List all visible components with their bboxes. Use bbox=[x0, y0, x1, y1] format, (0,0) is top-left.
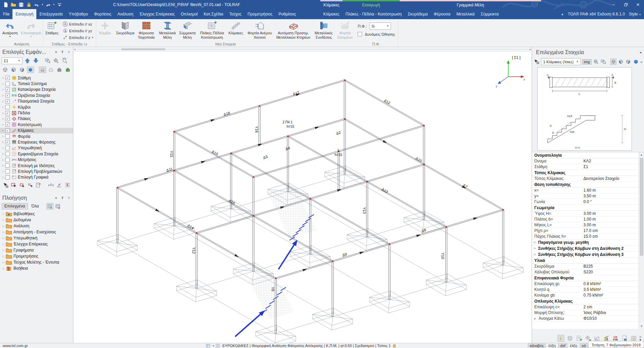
property-value[interactable]: 1.00 m bbox=[581, 217, 639, 222]
property-row-Μορφή Όπλισης:[interactable]: Μορφή Όπλισης:Ίσιες Ράβδοι bbox=[532, 310, 639, 316]
snap-toggle-dxf-2[interactable]: dxf bbox=[558, 343, 568, 348]
expander-icon[interactable]: ▷ bbox=[1, 94, 5, 97]
tab-Εισαγωγή[interactable]: Εισαγωγή bbox=[12, 9, 36, 19]
property-value[interactable]: 3.5 kN/m² bbox=[581, 287, 639, 292]
contextual-tab-Πλάκες - Πέδιλα - Κοιτόστρωση[interactable]: Πλάκες - Πέδιλα - Κοιτόστρωση bbox=[343, 9, 405, 19]
nav-tree-item-Προμετρήσεις[interactable]: ▷Προμετρήσεις bbox=[0, 253, 73, 259]
display-tree-item-Κατακόρυφα Στοιχεία[interactable]: ▷✓Κατακόρυφα Στοιχεία bbox=[0, 87, 73, 92]
checkbox-icon[interactable]: ✓ bbox=[5, 93, 10, 98]
select-element-button[interactable] bbox=[534, 59, 540, 65]
nav-tree-item-Βιβλιοθήκες[interactable]: ▷BΒιβλιοθήκες bbox=[0, 211, 73, 217]
property-row-Κονίαμα gb[interactable]: Κονίαμα gb0.75 kN/m² bbox=[532, 293, 639, 298]
property-row-Επικάλυψη c=[interactable]: Επικάλυψη c=2 cm bbox=[532, 304, 639, 310]
expander-icon[interactable]: ▷ bbox=[1, 152, 5, 155]
view-hidden-line-button[interactable] bbox=[10, 67, 17, 73]
plane-button-1[interactable]: ①Επίπεδο // yz bbox=[61, 28, 95, 34]
select-e-button[interactable]: E bbox=[64, 182, 71, 188]
display-tree-item-Κλίμακες[interactable]: ▷✓Κλίμακες bbox=[0, 128, 73, 133]
expander-icon[interactable]: ▷ bbox=[1, 88, 5, 91]
save-file-icon[interactable] bbox=[19, 2, 24, 7]
checkbox-icon[interactable]: ✓ bbox=[5, 128, 10, 133]
expander-icon[interactable]: ▷ bbox=[1, 112, 5, 115]
new-element-button-Σκυρόδεμα[interactable]: Σκυρόδεμα bbox=[114, 20, 136, 36]
selection-properties-button[interactable] bbox=[35, 182, 41, 188]
toolbar-overflow-icon[interactable]: »▾ bbox=[639, 335, 641, 341]
load-case-combobox[interactable]: G▼ bbox=[369, 23, 391, 30]
tab-Προμετρήσεις[interactable]: Προμετρήσεις bbox=[245, 9, 276, 19]
expander-icon[interactable]: ▷ bbox=[1, 267, 6, 270]
checkbox-icon[interactable]: ✓ bbox=[5, 87, 10, 92]
property-row-x=[interactable]: x=1.60 m bbox=[532, 188, 639, 193]
display-tree-item-Φορτία[interactable]: ▷Φορτία bbox=[0, 133, 73, 139]
row-expander-icon[interactable]: ◢ bbox=[534, 317, 535, 320]
nav-tree-item-Υπερωθητική[interactable]: ▷Υπερωθητική bbox=[0, 235, 73, 241]
checkbox-icon[interactable] bbox=[5, 146, 10, 150]
select-rectangle-button[interactable] bbox=[10, 182, 17, 188]
nav-table-1-button[interactable]: 1 bbox=[46, 203, 53, 209]
snap-toggle-κάναβος-0[interactable]: κάναβος bbox=[528, 343, 546, 348]
contextual-tab-Μεταλλικά[interactable]: Μεταλλικά bbox=[453, 9, 477, 19]
expander-icon[interactable]: ▷ bbox=[1, 219, 6, 222]
pan-button[interactable] bbox=[52, 57, 60, 64]
undo-quick-icon[interactable] bbox=[34, 2, 39, 7]
minimize-button[interactable]: – bbox=[608, 0, 620, 9]
scrollbar-thumb[interactable] bbox=[121, 48, 165, 50]
property-value[interactable]: S220 bbox=[581, 270, 639, 274]
view-solid-button[interactable] bbox=[27, 67, 34, 73]
add-node-button[interactable] bbox=[585, 335, 592, 342]
status-table-icon[interactable] bbox=[206, 344, 211, 348]
pan-button[interactable] bbox=[593, 59, 599, 65]
tab-Τεύχος[interactable]: Τεύχος bbox=[226, 9, 244, 19]
level-combobox[interactable]: Σ1▼ bbox=[2, 57, 23, 64]
property-value[interactable]: 17.0 cm bbox=[581, 228, 639, 233]
customize-quick-access-icon[interactable] bbox=[57, 2, 62, 7]
angle-button[interactable]: ψ bbox=[56, 182, 62, 188]
property-value[interactable]: ΚΛ2 bbox=[581, 159, 639, 163]
property-value[interactable]: 3.00 m bbox=[581, 211, 639, 216]
new-element-button-Φέρουσα-Τοιχοποιία[interactable]: ΦέρουσαΤοιχοποιία bbox=[136, 20, 156, 40]
property-row-Γωνία[interactable]: Γωνία0.0 ° bbox=[532, 199, 639, 205]
nav-tab-Όλα[interactable]: Όλα bbox=[29, 203, 42, 209]
zoom-window-button[interactable] bbox=[600, 59, 606, 65]
check-ratios-button[interactable]: CR bbox=[612, 335, 619, 342]
expander-icon[interactable]: ▷ bbox=[1, 76, 5, 79]
property-value[interactable]: Ίσιες Ράβδοι bbox=[581, 310, 639, 315]
diagrams-button[interactable] bbox=[594, 335, 601, 342]
scroll-left-icon[interactable]: ◂ bbox=[74, 48, 75, 51]
tab-Επεξεργασία[interactable]: Επεξεργασία bbox=[36, 9, 66, 19]
tab-Έλεγχος Επάρκειας[interactable]: Έλεγχος Επάρκειας bbox=[136, 9, 178, 19]
snap-toggle-έλξη-3[interactable]: έλξη bbox=[568, 343, 579, 348]
property-row-Κινητό q[interactable]: Κινητό q3.5 kN/m² bbox=[532, 287, 639, 293]
restore-button[interactable] bbox=[620, 0, 632, 9]
property-value[interactable]: 2 cm bbox=[581, 305, 639, 309]
display-tree-item-Μετρήσεις[interactable]: ▷dΜετρήσεις bbox=[0, 157, 73, 162]
lock-icon[interactable] bbox=[26, 2, 32, 7]
expander-icon[interactable]: ▷ bbox=[1, 82, 5, 85]
pin-icon[interactable] bbox=[61, 50, 64, 54]
tab-Ανάλυση[interactable]: Ανάλυση bbox=[114, 9, 136, 19]
expander-icon[interactable]: ▷ bbox=[1, 135, 5, 138]
results-chart-button[interactable] bbox=[603, 335, 610, 342]
display-tree-item-Πέδιλα[interactable]: ▷✓Πέδιλα bbox=[0, 110, 73, 116]
zoom-window-button[interactable] bbox=[44, 57, 51, 64]
tab-Οπλισμοί[interactable]: Οπλισμοί bbox=[178, 9, 201, 19]
nav-table-2-button[interactable]: 2 bbox=[55, 203, 62, 209]
measure-button[interactable]: d bbox=[48, 182, 54, 188]
property-value[interactable]: Δευτερεύον Στοιχείο bbox=[581, 176, 639, 181]
plane-button-0[interactable]: ⒶΕπίπεδο // xz bbox=[61, 21, 95, 27]
status-analysis-settings[interactable]: ΕΥΡΩΚΩΔΙΚΕΣ | Ιδιομορφική Ανάλυση Φάσματ… bbox=[222, 344, 391, 348]
view-wireframe-button[interactable] bbox=[610, 59, 617, 65]
dialog-launcher-icon[interactable] bbox=[84, 42, 87, 45]
property-row-y=[interactable]: y=3.50 m bbox=[532, 193, 639, 199]
expander-icon[interactable]: ▷ bbox=[1, 117, 5, 120]
level-down-button[interactable] bbox=[32, 57, 39, 64]
property-group-Συνθήκες Στήριξης Κόμβων στη Διεύθυνση 2[interactable]: ▷Συνθήκες Στήριξης Κόμβων στη Διεύθυνση … bbox=[532, 245, 639, 252]
contextual-tab-Σκυρόδεμα[interactable]: Σκυρόδεμα bbox=[405, 9, 431, 19]
checkbox-icon[interactable]: ✓ bbox=[5, 76, 10, 80]
pushover-forces-checkbox[interactable]: Δυνάμεις Ώθησης bbox=[358, 32, 395, 36]
panel-collapse-icon[interactable]: ◄ bbox=[639, 51, 642, 54]
nav-tree-item-Γραφήματα[interactable]: ▷Γραφήματα bbox=[0, 247, 73, 253]
open-file-icon[interactable] bbox=[11, 2, 16, 7]
status-grid-icon[interactable] bbox=[216, 344, 221, 348]
contextual-tab-Φέρουσα[interactable]: Φέρουσα bbox=[431, 9, 453, 19]
